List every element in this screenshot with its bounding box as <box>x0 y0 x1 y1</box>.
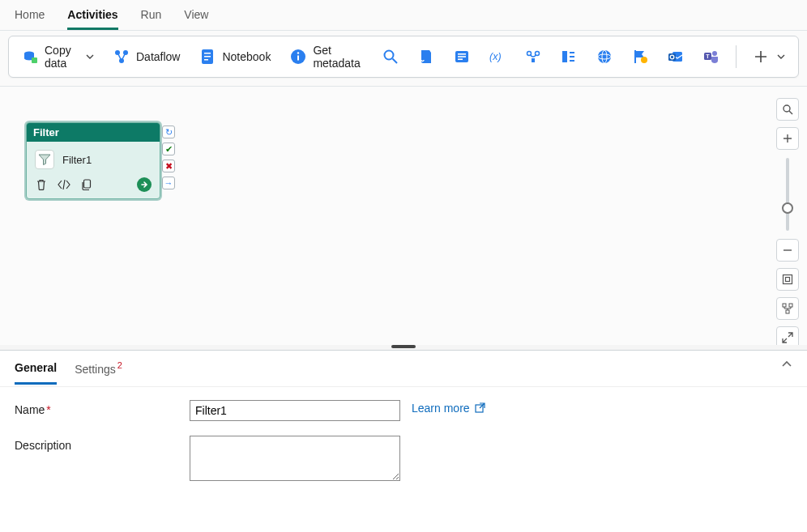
flag-activity-button[interactable] <box>624 45 656 69</box>
svg-rect-36 <box>784 275 792 284</box>
fullscreen-button[interactable] <box>776 326 799 345</box>
notebook-button[interactable]: Notebook <box>191 45 279 69</box>
svg-text:(x): (x) <box>489 51 502 62</box>
collapse-panel-icon[interactable] <box>781 359 792 370</box>
menu-tab-run[interactable]: Run <box>141 5 162 30</box>
pipeline-canvas[interactable]: Filter Filter1 ↻ ✔ ✖ → <box>0 86 807 345</box>
script-button[interactable] <box>410 45 442 69</box>
svg-point-32 <box>712 51 717 56</box>
svg-point-23 <box>598 50 611 63</box>
copy-icon[interactable] <box>80 178 93 191</box>
chevron-down-icon <box>86 53 94 61</box>
svg-rect-37 <box>786 278 790 282</box>
panel-splitter[interactable] <box>0 345 807 350</box>
activity-node-actions <box>27 172 160 198</box>
web-button[interactable] <box>588 45 621 69</box>
svg-rect-38 <box>783 304 786 307</box>
teams-button[interactable]: T <box>695 45 728 69</box>
functions-icon <box>561 49 577 65</box>
copy-data-button[interactable]: Copy data <box>14 40 102 74</box>
variable-icon: (x) <box>489 49 506 65</box>
dataflow-icon <box>113 49 130 65</box>
canvas-tools <box>776 98 799 345</box>
functions-button[interactable] <box>553 45 585 69</box>
stored-proc-button[interactable] <box>446 45 478 69</box>
output-skip-handle[interactable]: → <box>162 177 175 189</box>
delete-icon[interactable] <box>35 178 48 191</box>
menu-tab-activities[interactable]: Activities <box>67 5 117 30</box>
svg-rect-28 <box>668 53 676 61</box>
tab-general[interactable]: General <box>15 358 57 385</box>
outlook-button[interactable] <box>660 45 692 69</box>
notebook-label: Notebook <box>222 50 271 63</box>
tab-settings[interactable]: Settings2 <box>75 357 122 386</box>
get-metadata-label: Get metadata <box>313 44 363 70</box>
zoom-slider-thumb[interactable] <box>782 202 793 214</box>
svg-point-11 <box>297 52 299 53</box>
dataflow-button[interactable]: Dataflow <box>105 45 188 69</box>
activity-node-type: Filter <box>27 123 160 142</box>
ribbon: Copy data Dataflow Notebook Get metadata <box>8 36 799 78</box>
set-variable-button[interactable]: (x) <box>481 45 514 69</box>
zoom-in-button[interactable] <box>776 127 799 150</box>
canvas-search-button[interactable] <box>776 98 799 121</box>
svg-rect-7 <box>204 56 211 57</box>
add-activity-button[interactable] <box>745 45 793 69</box>
run-arrow-icon[interactable] <box>137 177 152 192</box>
fit-to-screen-button[interactable] <box>776 268 799 291</box>
svg-point-4 <box>119 58 124 63</box>
properties-tabs: General Settings2 <box>0 351 807 387</box>
output-completion-handle[interactable]: ↻ <box>162 126 175 138</box>
description-label: Description <box>15 436 190 452</box>
svg-rect-15 <box>458 53 466 55</box>
properties-panel: General Settings2 Name* Learn more Descr… <box>0 350 807 532</box>
svg-line-35 <box>789 111 792 114</box>
info-icon <box>290 49 306 65</box>
menu-tabs: Home Activities Run View <box>0 0 807 31</box>
lookup-button[interactable] <box>374 45 407 69</box>
zoom-out-button[interactable] <box>776 239 799 262</box>
description-input[interactable] <box>190 436 400 481</box>
filter-icon <box>35 150 54 169</box>
learn-more-link[interactable]: Learn more <box>412 402 485 415</box>
svg-rect-8 <box>204 59 208 61</box>
notebook-icon <box>199 49 216 65</box>
plus-icon <box>753 49 769 65</box>
learn-more-label: Learn more <box>412 402 470 415</box>
stored-proc-icon <box>454 49 470 65</box>
svg-rect-21 <box>532 58 535 62</box>
svg-rect-33 <box>84 180 91 188</box>
pipeline-icon <box>525 49 541 65</box>
svg-rect-1 <box>32 57 37 63</box>
svg-point-26 <box>641 57 647 63</box>
chevron-down-icon <box>777 53 785 61</box>
svg-line-13 <box>393 59 398 64</box>
activity-node-filter[interactable]: Filter Filter1 <box>26 122 160 199</box>
zoom-slider[interactable] <box>786 158 789 231</box>
ribbon-area: Copy data Dataflow Notebook Get metadata <box>0 31 807 86</box>
svg-rect-39 <box>789 304 792 307</box>
svg-rect-10 <box>297 56 299 61</box>
name-input[interactable] <box>190 400 400 421</box>
general-form: Name* Learn more Description <box>0 387 807 494</box>
name-label: Name* <box>15 400 190 416</box>
output-failure-handle[interactable]: ✖ <box>162 160 175 172</box>
dataflow-label: Dataflow <box>136 50 180 63</box>
menu-tab-view[interactable]: View <box>184 5 208 30</box>
script-icon <box>418 49 434 65</box>
auto-align-button[interactable] <box>776 297 799 320</box>
activity-node-name: Filter1 <box>62 154 92 166</box>
get-metadata-button[interactable]: Get metadata <box>282 40 371 74</box>
search-icon <box>382 49 399 65</box>
tab-settings-badge: 2 <box>117 360 122 370</box>
globe-icon <box>596 49 613 65</box>
code-icon[interactable] <box>58 178 70 191</box>
menu-tab-home[interactable]: Home <box>15 5 45 30</box>
svg-rect-16 <box>458 56 466 57</box>
svg-text:T: T <box>706 53 710 59</box>
svg-point-12 <box>385 51 394 60</box>
svg-rect-6 <box>204 53 211 54</box>
output-success-handle[interactable]: ✔ <box>162 143 175 155</box>
ribbon-separator <box>736 45 737 68</box>
invoke-pipeline-button[interactable] <box>517 45 549 69</box>
